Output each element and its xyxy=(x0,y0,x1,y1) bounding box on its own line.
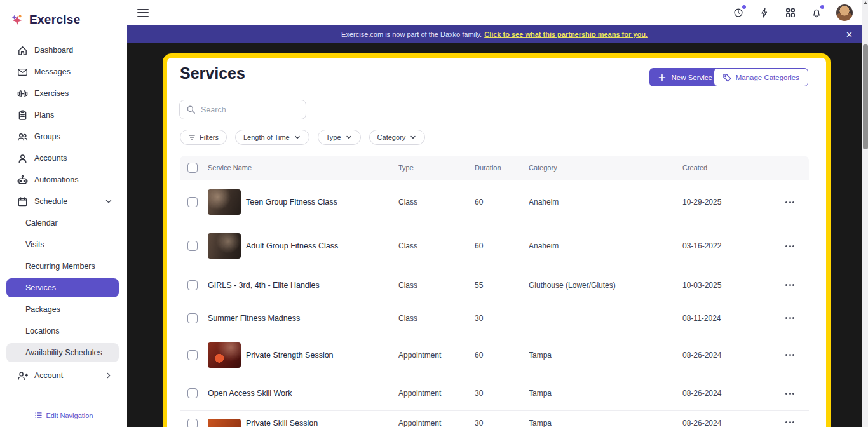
service-created: 10-29-2025 xyxy=(682,198,784,207)
sidebar-item-label: Locations xyxy=(25,327,60,336)
sidebar: Exercise Dashboard Messages Exercises Pl… xyxy=(0,0,127,427)
service-created: 08-26-2024 xyxy=(682,419,784,427)
brand-logo-icon xyxy=(10,13,24,27)
topbar-actions xyxy=(732,4,862,21)
service-type: Class xyxy=(398,198,475,207)
topbar xyxy=(127,0,862,25)
chevron-right-icon xyxy=(104,371,113,380)
service-created: 08-26-2024 xyxy=(682,389,784,398)
sidebar-item-services[interactable]: Services xyxy=(6,278,119,297)
window-scrollbar[interactable] xyxy=(862,0,868,427)
row-actions-button[interactable] xyxy=(784,199,796,206)
column-category: Category xyxy=(529,164,682,172)
filters-label: Filters xyxy=(200,133,219,141)
sidebar-item-locations[interactable]: Locations xyxy=(0,320,127,342)
sidebar-item-schedule[interactable]: Schedule xyxy=(0,191,127,212)
service-name: Teen Group Fitness Class xyxy=(246,198,337,207)
close-icon[interactable]: ✕ xyxy=(846,30,853,39)
history-icon[interactable] xyxy=(732,6,745,19)
edit-navigation-label: Edit Navigation xyxy=(46,412,93,419)
service-category: Tampa xyxy=(529,351,682,360)
row-checkbox[interactable] xyxy=(187,313,198,323)
sidebar-item-exercises[interactable]: Exercises xyxy=(0,83,127,104)
brand-logo[interactable]: Exercise xyxy=(0,0,127,36)
apps-grid-icon[interactable] xyxy=(784,6,797,19)
type-dropdown[interactable]: Type xyxy=(318,130,361,145)
sidebar-item-label: Packages xyxy=(25,305,60,314)
service-type: Appointment xyxy=(398,351,475,360)
sidebar-item-label: Automations xyxy=(34,175,78,184)
row-checkbox[interactable] xyxy=(187,241,198,251)
dumbbell-icon xyxy=(17,88,28,99)
service-category: Tampa xyxy=(529,389,682,398)
chevron-down-icon xyxy=(409,133,417,141)
sidebar-item-account[interactable]: Account xyxy=(0,365,127,386)
page-title: Services xyxy=(180,64,245,83)
filter-icon xyxy=(188,133,196,141)
category-dropdown[interactable]: Category xyxy=(369,130,426,145)
row-actions-button[interactable] xyxy=(784,281,796,288)
row-checkbox[interactable] xyxy=(187,388,198,398)
sidebar-item-groups[interactable]: Groups xyxy=(0,126,127,147)
row-actions-button[interactable] xyxy=(784,351,796,358)
filter-bar: Filters Length of Time Type Category xyxy=(180,130,425,145)
service-duration: 60 xyxy=(475,241,529,250)
sidebar-item-label: Visits xyxy=(25,240,44,249)
manage-categories-button[interactable]: Manage Categories xyxy=(714,68,808,86)
sidebar-item-recurring-members[interactable]: Recurring Members xyxy=(0,255,127,277)
row-checkbox[interactable] xyxy=(187,280,198,290)
sidebar-item-accounts[interactable]: Accounts xyxy=(0,147,127,169)
quick-actions-icon[interactable] xyxy=(758,6,771,19)
sidebar-item-dashboard[interactable]: Dashboard xyxy=(0,39,127,61)
row-checkbox[interactable] xyxy=(187,419,198,427)
service-created: 08-11-2024 xyxy=(682,314,784,323)
service-duration: 30 xyxy=(475,389,529,398)
edit-navigation-button[interactable]: Edit Navigation xyxy=(0,411,127,419)
sidebar-item-label: Recurring Members xyxy=(25,262,95,271)
service-name: Private Skill Session xyxy=(246,419,318,427)
scroll-up-arrow[interactable] xyxy=(864,1,867,4)
sidebar-item-label: Availability Schedules xyxy=(25,348,102,357)
scrollbar-thumb[interactable] xyxy=(863,44,868,149)
filters-button[interactable]: Filters xyxy=(180,130,227,145)
avatar[interactable] xyxy=(836,4,853,21)
row-checkbox[interactable] xyxy=(187,197,198,207)
sidebar-item-messages[interactable]: Messages xyxy=(0,61,127,83)
banner-link[interactable]: Click to see what this partnership means… xyxy=(484,30,648,38)
new-service-button[interactable]: New Service xyxy=(649,68,721,86)
dropdown-label: Category xyxy=(377,133,406,141)
search-input[interactable] xyxy=(201,105,299,114)
row-actions-button[interactable] xyxy=(784,419,796,426)
brand-name: Exercise xyxy=(29,13,81,27)
chevron-down-icon xyxy=(294,133,301,141)
sidebar-item-label: Account xyxy=(34,371,63,380)
sidebar-item-calendar[interactable]: Calendar xyxy=(0,212,127,234)
notification-dot xyxy=(742,5,746,9)
length-of-time-dropdown[interactable]: Length of Time xyxy=(235,130,309,145)
sidebar-item-availability-schedules[interactable]: Availability Schedules xyxy=(6,343,119,362)
service-name: Private Strength Session xyxy=(246,351,334,360)
service-name: Summer Fitness Madness xyxy=(208,314,300,323)
user-plus-icon xyxy=(17,370,28,381)
service-category: Gluthouse (Lower/Glutes) xyxy=(529,281,682,290)
sidebar-item-visits[interactable]: Visits xyxy=(0,234,127,255)
select-all-checkbox[interactable] xyxy=(187,163,198,173)
row-checkbox[interactable] xyxy=(187,350,198,360)
notification-dot xyxy=(820,5,824,9)
row-actions-button[interactable] xyxy=(784,315,796,322)
menu-icon[interactable] xyxy=(137,9,149,17)
sidebar-item-automations[interactable]: Automations xyxy=(0,169,127,191)
sidebar-item-packages[interactable]: Packages xyxy=(0,299,127,320)
list-icon xyxy=(34,411,43,419)
sidebar-item-label: Accounts xyxy=(34,154,67,163)
row-actions-button[interactable] xyxy=(784,243,796,250)
calendar-icon xyxy=(17,196,28,207)
services-table: Service Name Type Duration Category Crea… xyxy=(180,156,809,427)
sidebar-item-label: Groups xyxy=(34,132,60,141)
bell-icon[interactable] xyxy=(810,6,823,19)
service-category: Anaheim xyxy=(529,198,682,207)
sidebar-item-plans[interactable]: Plans xyxy=(0,104,127,126)
column-created: Created xyxy=(682,164,784,172)
row-actions-button[interactable] xyxy=(784,390,796,397)
screen: Exercise Dashboard Messages Exercises Pl… xyxy=(0,0,868,427)
